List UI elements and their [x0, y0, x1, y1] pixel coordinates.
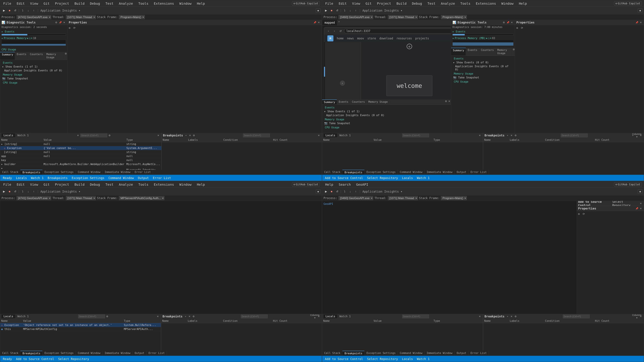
menu-tools-tr[interactable]: Tools [459, 1, 472, 6]
menu-view-tl[interactable]: View [29, 1, 39, 6]
nav-download-tr[interactable]: download [379, 37, 393, 40]
bp-cols-btn-br[interactable]: Columns ▾ [635, 315, 638, 318]
bp-cols-btn-bl[interactable]: Columns ▾ [313, 315, 316, 318]
diag-bapp-insights-tr[interactable]: Application Insights Events (0 of 0) [324, 113, 450, 117]
props-close-btn-br[interactable]: ✕ [639, 207, 642, 210]
menu-analyze-tr[interactable]: Analyze [440, 1, 456, 6]
cst-errorlist-tl[interactable]: Error List [133, 170, 153, 175]
table-row[interactable]: [string] null string [0, 150, 161, 154]
bp-search-input-tr[interactable] [561, 134, 588, 137]
restart-btn-bl[interactable]: ↺ [12, 189, 18, 194]
locals-close-btn-br[interactable]: ✕ [478, 315, 482, 318]
status-locals-br[interactable]: Locals [402, 357, 413, 361]
cst-immediate-br[interactable]: Immediate Window [425, 351, 455, 356]
cst-command-tl[interactable]: Command Window [76, 170, 103, 175]
bp-scroll-tr[interactable]: Name Labels Condition Hit Count [483, 138, 644, 170]
props-pin-btn-br[interactable]: 📌 [635, 207, 638, 210]
status-selrepo-bl[interactable]: Select Repository [58, 357, 89, 361]
diag-tab-settings-btn-tl[interactable]: ⚙ [64, 52, 67, 55]
step-into-btn-tr[interactable]: ↓ [348, 8, 353, 13]
forward-btn-tr[interactable]: › [332, 29, 337, 33]
props-pin-btn-tr[interactable]: 📌 [635, 21, 638, 24]
ai-badge-tr[interactable]: ◆ [638, 8, 642, 12]
cst-callstack-br[interactable]: Call Stack [322, 351, 342, 356]
thread-dropdown-tr[interactable]: [1071] Main Thread [388, 15, 418, 19]
process-dropdown-tr[interactable]: [3460] GeoGeoAPI.exe [338, 15, 373, 19]
step-out-btn-bl[interactable]: ↑ [31, 189, 36, 194]
props-close-btn-tl[interactable]: ✕ [317, 21, 320, 24]
menu-edit-bl[interactable]: Edit [16, 182, 26, 187]
step-into-btn-br[interactable]: ↓ [348, 189, 353, 194]
cst-immediate-bl[interactable]: Immediate Window [103, 351, 133, 356]
locals-tab-watch-bl[interactable]: Watch 1 [16, 314, 31, 318]
menu-debug-bl[interactable]: Debug [89, 182, 101, 187]
diag-close-btn-tl[interactable]: ✕ [62, 21, 66, 24]
stop-btn-br[interactable]: ■ [329, 189, 334, 194]
cst-command-tr[interactable]: Command Window [398, 170, 425, 175]
menu-tools-tl[interactable]: Tools [137, 1, 150, 6]
menu-help-tr[interactable]: Help [518, 1, 528, 6]
locals-depth-btn-tl[interactable]: ⚙ [108, 134, 111, 137]
menu-search-br[interactable]: Search [338, 182, 352, 187]
diag-tab-memory-tr[interactable]: Memory Usage [496, 48, 512, 55]
status-locals-tl[interactable]: Locals [16, 176, 27, 180]
ai-badge-bl[interactable]: ◆ [316, 189, 320, 194]
menu-analyze-bl[interactable]: Analyze [118, 182, 134, 187]
stop-btn-tr[interactable]: ■ [329, 8, 334, 13]
github-copilot-badge-tr[interactable]: ⊙ GitHub Copilot [614, 1, 642, 5]
bp-close-btn-bl[interactable]: ✕ [317, 315, 320, 318]
status-errorlist-tl[interactable]: Error List [153, 176, 171, 180]
github-copilot-badge-bl[interactable]: ⊙ GitHub Copilot [292, 182, 320, 187]
cst-errorlist-bl[interactable]: Error List [146, 351, 167, 356]
cst-exception-tl[interactable]: Exception Settings [42, 170, 76, 175]
bp-delete-btn-bl[interactable]: ✕ [188, 315, 191, 318]
bp-close-btn-tl[interactable]: ✕ [317, 134, 320, 137]
step-over-btn-bl[interactable]: ⤵ [20, 189, 25, 194]
locals-tab-watch-tr[interactable]: Watch 1 [338, 133, 353, 137]
menu-git-tr[interactable]: Git [364, 1, 373, 6]
menu-analyze-tl[interactable]: Analyze [118, 1, 134, 6]
cst-output-bl[interactable]: Output [133, 351, 146, 356]
restart-btn-br[interactable]: ↺ [334, 189, 340, 194]
nav-moov-tr[interactable]: moov [357, 37, 364, 40]
status-asc-bl[interactable]: Add to Source Control [16, 357, 54, 361]
bp-search-input-bl[interactable] [241, 315, 268, 318]
stop-btn-bl[interactable]: ■ [7, 189, 12, 194]
diag-tab-summary-tl[interactable]: Summary [0, 52, 15, 60]
diag-settings-btn-tr[interactable]: ⚙ [502, 21, 506, 24]
locals-tab-locals-tr[interactable]: Locals [324, 133, 338, 137]
bp-settings-btn-br[interactable]: ⚙ [514, 315, 517, 318]
github-copilot-badge-br[interactable]: ⊙ GitHub Copilot [614, 182, 642, 187]
cst-breakpoints-br[interactable]: Breakpoints [342, 351, 364, 356]
menu-file-bl[interactable]: File [2, 182, 12, 187]
diag-tab-events-tl[interactable]: Events [15, 52, 28, 60]
cst-output-br[interactable]: Output [455, 351, 468, 356]
refresh-btn-tr[interactable]: ↺ [338, 29, 343, 33]
bp-new-btn-bl[interactable]: + [184, 315, 187, 318]
cst-breakpoints-tl[interactable]: Breakpoints [20, 170, 42, 175]
prev-nav-btn-tr[interactable]: ‹ [340, 81, 345, 86]
step-over-btn-tr[interactable]: ⤵ [342, 8, 347, 13]
menu-view-tr[interactable]: View [351, 1, 361, 6]
diag-btab-events-tr[interactable]: Events [337, 99, 350, 104]
diag-tab-counters-tl[interactable]: Counters [28, 52, 44, 60]
status-asc-tr[interactable]: Add to Source Control [325, 176, 363, 180]
menu-git-bl[interactable]: Git [42, 182, 51, 187]
bp-new-btn-tl[interactable]: + [184, 134, 188, 137]
locals-tab-watch-tl[interactable]: Watch 1 [16, 133, 31, 137]
status-selrepo-tr[interactable]: Select Repository [367, 176, 398, 180]
status-watch-tr[interactable]: Watch 1 [417, 176, 430, 180]
cst-callstack-tr[interactable]: Call Stack [322, 170, 342, 175]
locals-scroll-tr[interactable]: Name Value Type [322, 138, 483, 170]
bp-scroll-tl[interactable]: Name Labels Condition Hit Count [162, 138, 322, 170]
status-watch-br[interactable]: Watch 1 [417, 357, 430, 361]
bp-new-btn-tr[interactable]: + [506, 134, 509, 137]
continue-btn-bl[interactable]: ▶ [2, 189, 6, 194]
menu-git-tl[interactable]: Git [42, 1, 51, 6]
menu-file-tl[interactable]: File [2, 1, 12, 6]
cst-immediate-tl[interactable]: Immediate Window [103, 170, 133, 175]
app-insights-item-tr[interactable]: Application Insights Events (0 of 0) [452, 64, 514, 71]
nav-store-tr[interactable]: store [368, 37, 376, 40]
table-row[interactable]: ⚠ Exception 'Object reference not set to… [0, 323, 161, 327]
continue-btn-tr[interactable]: ▶ [324, 8, 328, 13]
